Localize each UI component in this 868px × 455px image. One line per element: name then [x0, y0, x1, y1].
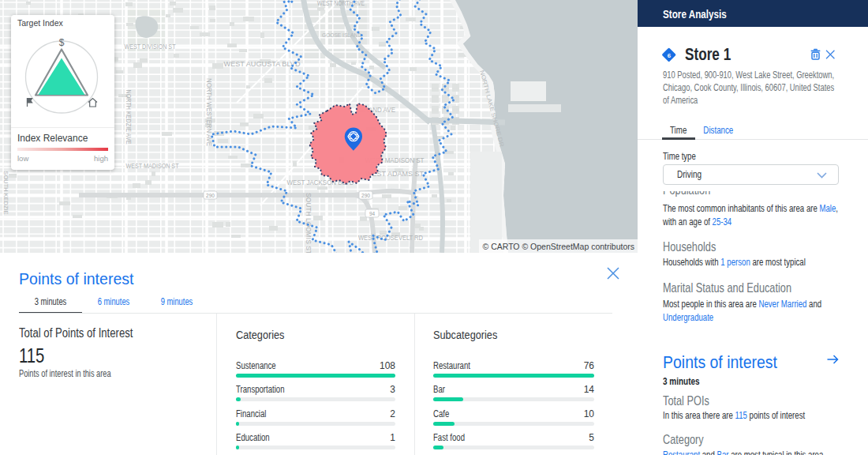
svg-text:290: 290	[361, 193, 370, 198]
svg-text:WEST DIVISION ST: WEST DIVISION ST	[125, 43, 176, 51]
svg-text:SOUTH KEDZIE: SOUTH KEDZIE	[2, 171, 9, 215]
svg-text:NORTH KEDZIE AVE: NORTH KEDZIE AVE	[125, 90, 133, 145]
svg-text:$: $	[59, 37, 65, 48]
svg-text:WEST MADISON ST: WEST MADISON ST	[126, 162, 179, 170]
svg-text:94: 94	[369, 211, 376, 216]
svg-text:WEST AUGUSTA BLVD: WEST AUGUSTA BLVD	[224, 60, 301, 68]
svg-text:GOOSE ISLAND: GOOSE ISLAND	[322, 32, 362, 39]
svg-text:WEST NORTH AVE: WEST NORTH AVE	[317, 0, 365, 7]
svg-text:290: 290	[206, 193, 215, 198]
svg-text:WEST ROOSEVELT RD: WEST ROOSEVELT RD	[358, 234, 423, 242]
svg-text:SOUTH LOOMIS ST: SOUTH LOOMIS ST	[305, 193, 312, 253]
